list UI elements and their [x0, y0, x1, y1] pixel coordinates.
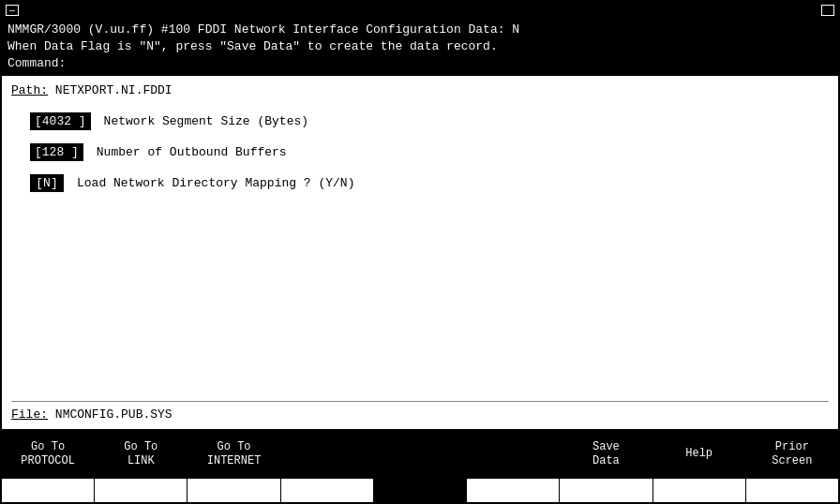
btn-empty-1 [281, 430, 374, 478]
btn-help[interactable]: Help [653, 430, 746, 478]
btn-goto-link[interactable]: Go ToLINK [95, 430, 188, 478]
file-line: File: NMCONFIG.PUB.SYS [11, 401, 829, 422]
header-line3: Command: [8, 55, 832, 72]
btn-prior-screen[interactable]: PriorScreen [746, 430, 838, 478]
title-bar-menu-box[interactable]: — [6, 5, 19, 16]
btn-empty-2 [374, 430, 467, 478]
title-bar-left: — [6, 5, 19, 16]
form-fields: [4032 ] Network Segment Size (Bytes) [12… [11, 112, 829, 205]
header-line1: NMMGR/3000 (V.uu.ff) #100 FDDI Network I… [8, 22, 832, 38]
title-bar-dash: — [9, 6, 15, 16]
sub-btn-4 [281, 479, 374, 502]
title-bar: — [2, 2, 838, 19]
field-load-network-value[interactable]: [N] [30, 174, 64, 192]
header-line2: When Data Flag is "N", press "Save Data"… [8, 38, 832, 55]
path-value: NETXPORT.NI.FDDI [55, 83, 172, 97]
btn-goto-internet[interactable]: Go ToINTERNET [188, 430, 280, 478]
sub-btn-1 [2, 479, 95, 502]
field-network-segment-value[interactable]: [4032 ] [30, 112, 91, 130]
field-outbound-buffers-value[interactable]: [128 ] [30, 143, 83, 161]
btn-empty-3 [467, 430, 560, 478]
main-window: — NMMGR/3000 (V.uu.ff) #100 FDDI Network… [0, 0, 840, 504]
btn-save-data[interactable]: SaveData [560, 430, 652, 478]
field-row-load-network: [N] Load Network Directory Mapping ? (Y/… [30, 174, 829, 192]
sub-btn-6 [467, 479, 560, 502]
path-line: Path: NETXPORT.NI.FDDI [11, 83, 829, 97]
sub-btn-5 [374, 479, 467, 502]
field-outbound-buffers-label: Number of Outbound Buffers [97, 145, 287, 159]
main-button-row: Go ToPROTOCOL Go ToLINK Go ToINTERNET Sa… [2, 429, 838, 478]
sub-btn-3 [188, 479, 280, 502]
field-row-network-segment: [4032 ] Network Segment Size (Bytes) [30, 112, 829, 130]
bottom-area: Go ToPROTOCOL Go ToLINK Go ToINTERNET Sa… [2, 429, 838, 502]
header-bar: NMMGR/3000 (V.uu.ff) #100 FDDI Network I… [2, 19, 838, 76]
file-value: NMCONFIG.PUB.SYS [55, 408, 172, 422]
field-row-outbound-buffers: [128 ] Number of Outbound Buffers [30, 143, 829, 161]
sub-button-row [2, 478, 838, 502]
content-area: Path: NETXPORT.NI.FDDI [4032 ] Network S… [2, 76, 838, 429]
sub-btn-7 [560, 479, 652, 502]
main-wrapper: Path: NETXPORT.NI.FDDI [4032 ] Network S… [2, 76, 838, 502]
field-network-segment-label: Network Segment Size (Bytes) [104, 114, 308, 128]
title-bar-resize-box[interactable] [821, 5, 834, 16]
path-label: Path: [11, 83, 48, 97]
sub-btn-2 [95, 479, 188, 502]
file-label: File: [11, 408, 48, 422]
content-spacer [11, 205, 829, 401]
btn-goto-protocol[interactable]: Go ToPROTOCOL [2, 430, 95, 478]
field-load-network-label: Load Network Directory Mapping ? (Y/N) [77, 176, 354, 190]
sub-btn-8 [653, 479, 746, 502]
sub-btn-9 [746, 479, 838, 502]
